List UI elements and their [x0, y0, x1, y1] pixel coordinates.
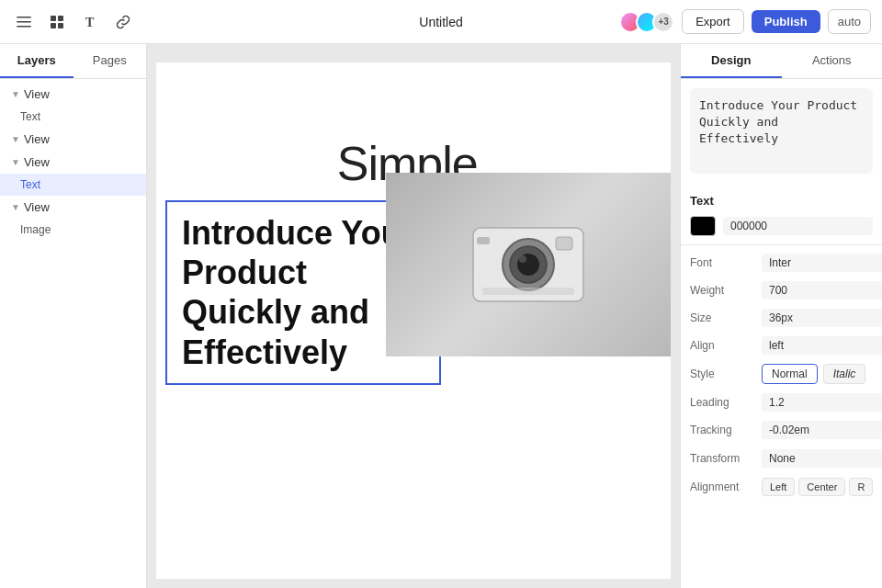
- style-normal-button[interactable]: Normal: [762, 364, 818, 384]
- align-input[interactable]: [762, 336, 882, 355]
- text-section-title: Text: [681, 187, 882, 211]
- align-label: Align: [690, 339, 754, 352]
- avatar-count: +3: [652, 11, 674, 33]
- size-label: Size: [690, 311, 754, 324]
- transform-row: Transform ⚡: [681, 444, 882, 473]
- color-row: 000000: [681, 211, 882, 241]
- divider1: [681, 244, 882, 245]
- toolbar: T Untitled +3 Export Publish auto: [0, 0, 882, 44]
- grid-icon[interactable]: [44, 9, 70, 35]
- layer-item-text2[interactable]: Text: [0, 174, 146, 196]
- svg-rect-5: [51, 23, 56, 28]
- tab-layers[interactable]: Layers: [0, 44, 74, 78]
- layer-item-view4[interactable]: ▼ View: [0, 196, 146, 219]
- leading-row: Leading: [681, 389, 882, 416]
- link-icon[interactable]: [110, 9, 136, 35]
- export-button[interactable]: Export: [682, 9, 744, 34]
- align-left-button[interactable]: Left: [762, 478, 795, 496]
- main-layout: Layers Pages ▼ View Text ▼ View ▼ View: [0, 44, 882, 588]
- align-row: Align: [681, 332, 882, 359]
- text-preview-section: [681, 79, 882, 187]
- tracking-label: Tracking: [690, 424, 754, 436]
- right-tabs: Design Actions: [681, 44, 882, 79]
- svg-rect-2: [17, 26, 31, 28]
- camera-svg: [455, 209, 602, 320]
- svg-rect-14: [477, 237, 490, 244]
- font-row: Font: [681, 249, 882, 277]
- svg-rect-4: [58, 16, 63, 21]
- style-row: Style Normal Italic: [681, 359, 882, 389]
- svg-rect-1: [17, 21, 31, 23]
- toolbar-right: +3 Export Publish auto: [619, 9, 871, 34]
- svg-point-12: [519, 255, 526, 263]
- weight-row: Weight: [681, 277, 882, 304]
- size-input[interactable]: [762, 309, 882, 327]
- svg-rect-15: [482, 288, 574, 295]
- svg-rect-6: [58, 23, 63, 28]
- align-right-button[interactable]: R: [849, 478, 873, 496]
- tracking-row: Tracking: [681, 416, 882, 444]
- layer-item-text1[interactable]: Text: [0, 106, 146, 128]
- left-sidebar: Layers Pages ▼ View Text ▼ View ▼ View: [0, 44, 147, 588]
- toolbar-left: T: [11, 9, 136, 35]
- alignment-buttons: Left Center R: [762, 478, 873, 496]
- style-italic-button[interactable]: Italic: [823, 364, 866, 384]
- style-buttons: Normal Italic: [762, 364, 873, 384]
- leading-label: Leading: [690, 396, 754, 409]
- tab-pages[interactable]: Pages: [74, 44, 147, 78]
- publish-button[interactable]: Publish: [752, 10, 820, 33]
- weight-input[interactable]: [762, 281, 882, 300]
- layer-item-view3[interactable]: ▼ View: [0, 151, 146, 174]
- document-title[interactable]: Untitled: [419, 15, 462, 29]
- size-row: Size: [681, 304, 882, 332]
- sidebar-tabs: Layers Pages: [0, 44, 146, 79]
- tab-actions[interactable]: Actions: [782, 44, 883, 78]
- color-swatch[interactable]: [690, 216, 716, 236]
- style-label: Style: [690, 368, 754, 380]
- transform-input[interactable]: [762, 449, 882, 468]
- alignment-label: Alignment: [690, 481, 754, 493]
- right-sidebar: Design Actions Text 000000 Font Weight S…: [680, 44, 882, 588]
- svg-text:T: T: [85, 16, 95, 29]
- svg-rect-3: [51, 16, 56, 21]
- text-tool-icon[interactable]: T: [77, 9, 103, 35]
- alignment-row: Alignment Left Center R: [681, 473, 882, 501]
- text-preview-textarea[interactable]: [690, 88, 873, 174]
- transform-label: Transform: [690, 452, 754, 465]
- canvas-simple-text: Simple.: [156, 62, 671, 191]
- canvas-page: Simple. Introduce Your Product Quickly a…: [156, 62, 671, 579]
- leading-input[interactable]: [762, 393, 882, 412]
- menu-icon[interactable]: [11, 9, 37, 35]
- tab-design[interactable]: Design: [681, 44, 782, 78]
- align-center-button[interactable]: Center: [798, 478, 845, 496]
- svg-rect-13: [556, 237, 572, 250]
- canvas-area[interactable]: Simple. Introduce Your Product Quickly a…: [147, 44, 680, 588]
- layer-item-view2[interactable]: ▼ View: [0, 128, 146, 151]
- weight-label: Weight: [690, 284, 754, 297]
- canvas-image: [386, 173, 671, 356]
- title-text: Untitled: [419, 15, 462, 29]
- auto-badge: auto: [828, 9, 871, 34]
- font-input[interactable]: [762, 254, 882, 272]
- font-label: Font: [690, 256, 754, 269]
- color-hex-value: 000000: [723, 217, 873, 235]
- layer-list: ▼ View Text ▼ View ▼ View Text ▼ View: [0, 79, 146, 588]
- layer-item-image[interactable]: Image: [0, 219, 146, 241]
- layer-item-view1[interactable]: ▼ View: [0, 83, 146, 106]
- avatar-group: +3: [619, 11, 674, 33]
- svg-rect-0: [17, 17, 31, 18]
- tracking-input[interactable]: [762, 421, 882, 439]
- canvas-image-inner: [386, 173, 671, 356]
